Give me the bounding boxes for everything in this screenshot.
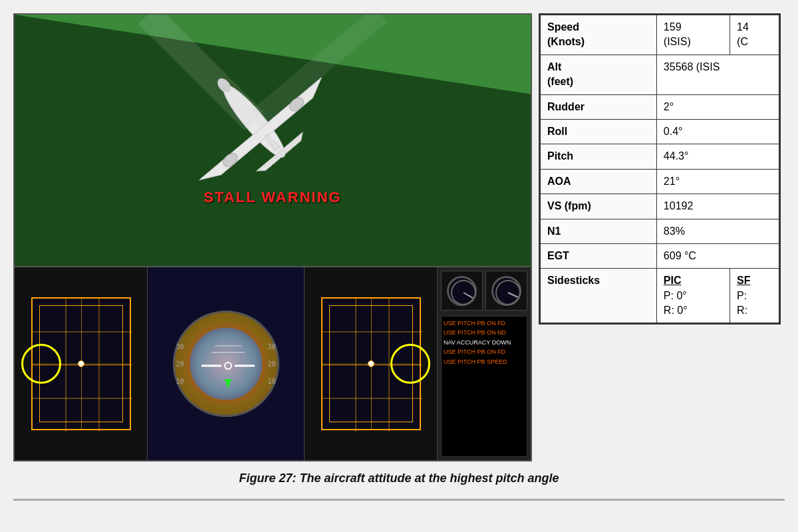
table-row-vs: VS (fpm) 10192 (541, 194, 779, 219)
aircraft-display: 23:17:29 (13, 13, 532, 462)
right-instrument-panel (305, 267, 438, 460)
warning-line-2: USE PITCH PB ON ND (444, 328, 525, 337)
warning-line-3: NAV ACCURACY DOWN (444, 338, 525, 347)
table-row-sidesticks: Sidesticks PIC P: 0° R: 0° SF P: R: (541, 269, 779, 323)
svg-marker-21 (225, 379, 231, 389)
engine-gauges-top (441, 271, 527, 313)
sf-label: SF (737, 275, 750, 286)
table-row-aoa: AOA 21° (541, 169, 779, 194)
svg-line-30 (508, 293, 518, 297)
table-row-roll: Roll 0.4° (541, 119, 779, 144)
sidestick-pic: PIC P: 0° R: 0° (656, 269, 730, 323)
sidesticks-label: Sidesticks (541, 269, 657, 323)
left-yellow-circle (21, 344, 61, 384)
vs-label: VS (fpm) (541, 194, 657, 219)
warning-line-5: USE PITCH PB SPEED (444, 357, 525, 366)
nd-left-scale: 302010 (176, 343, 184, 385)
egt-label: EGT (541, 243, 657, 268)
pitch-value: 44.3° (656, 144, 779, 169)
n1-label: N1 (541, 219, 657, 243)
engine-gauge-circle-2 (491, 276, 521, 306)
gauge-svg-1 (449, 278, 479, 308)
attitude-indicator (173, 311, 279, 417)
pic-label: PIC (664, 275, 682, 286)
stall-warning: STALL WARNING (203, 189, 341, 206)
pitch-label: Pitch (541, 144, 657, 169)
warning-text-panel: USE PITCH PB ON FD USE PITCH PB ON ND NA… (441, 316, 527, 457)
main-content: 23:17:29 (13, 13, 785, 462)
data-table: Speed(Knots) 159(ISIS) 14(C Alt(feet) 35… (540, 15, 779, 323)
aircraft-3d-view: 23:17:29 (15, 15, 531, 267)
nd-display: 302010 302010 (173, 311, 279, 417)
warning-line-1: USE PITCH PB ON FD (444, 319, 525, 328)
aoa-value: 21° (656, 169, 779, 194)
table-row-pitch: Pitch 44.3° (541, 144, 779, 169)
nd-right-scale: 302010 (267, 343, 275, 385)
aircraft-svg (15, 15, 531, 267)
roll-label: Roll (541, 119, 657, 144)
alt-value: 35568 (ISIS (656, 55, 779, 94)
rudder-value: 2° (656, 94, 779, 119)
engine-gauge-1 (441, 271, 483, 311)
right-yellow-circle (390, 344, 430, 384)
svg-point-18 (225, 362, 231, 369)
figure-caption: Figure 27: The aircraft attitude at the … (239, 471, 559, 485)
roll-value: 0.4° (656, 119, 779, 144)
warning-line-4: USE PITCH PB ON FD (444, 347, 525, 356)
rudder-label: Rudder (541, 94, 657, 119)
middle-nd-panel: 302010 302010 (148, 267, 305, 460)
speed-value-isis: 159(ISIS) (656, 15, 730, 55)
table-row-alt: Alt(feet) 35568 (ISIS (541, 55, 779, 94)
engine-gauge-2 (485, 271, 527, 311)
speed-label: Speed(Knots) (541, 15, 657, 55)
vs-value: 10192 (656, 194, 779, 219)
sidestick-sf: SF P: R: (730, 269, 779, 323)
data-table-container: Speed(Knots) 159(ISIS) 14(C Alt(feet) 35… (539, 13, 781, 325)
engine-panel: USE PITCH PB ON FD USE PITCH PB ON ND NA… (438, 267, 531, 460)
aoa-label: AOA (541, 169, 657, 194)
table-row-n1: N1 83% (541, 219, 779, 243)
egt-value: 609 °C (656, 243, 779, 268)
engine-gauge-circle-1 (447, 276, 477, 306)
gauge-svg-2 (493, 278, 523, 308)
table-row-speed: Speed(Knots) 159(ISIS) 14(C (541, 15, 779, 55)
instrument-panels: 302010 302010 (15, 267, 531, 460)
speed-value-c: 14(C (730, 15, 779, 55)
table-row-rudder: Rudder 2° (541, 94, 779, 119)
table-row-egt: EGT 609 °C (541, 243, 779, 268)
bottom-separator (13, 499, 785, 501)
ai-svg (175, 313, 279, 417)
svg-line-28 (464, 293, 473, 298)
left-instrument-panel (15, 267, 148, 460)
n1-value: 83% (656, 219, 779, 243)
alt-label: Alt(feet) (541, 55, 657, 94)
